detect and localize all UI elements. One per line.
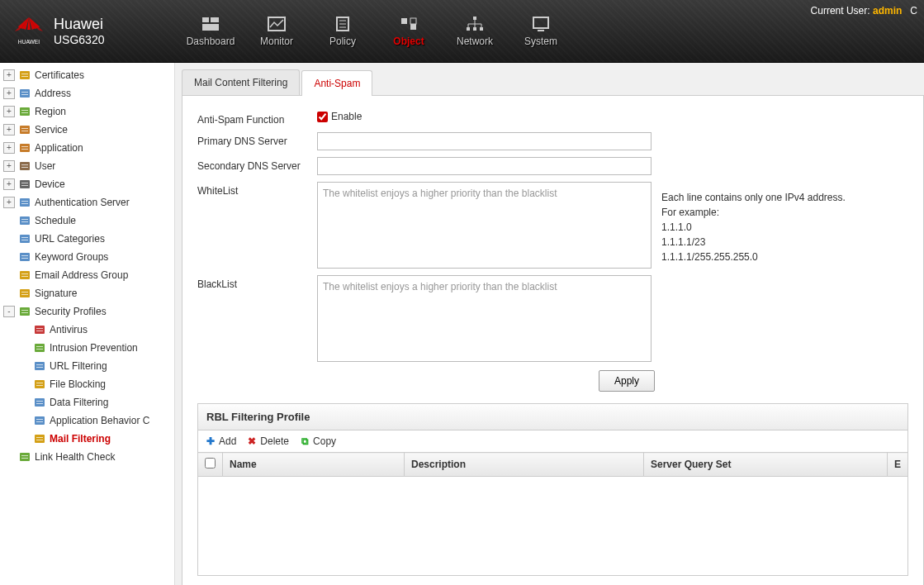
tree-toggle-icon[interactable]: + [3,106,15,117]
svg-rect-10 [410,24,416,30]
tab-anti-spam[interactable]: Anti-Spam [301,70,372,96]
col-extra[interactable]: E [887,453,907,477]
sidebar-item-link-health-check[interactable]: Link Health Check [0,448,174,466]
main-nav: Dashboard Monitor Policy Object Network … [178,0,574,62]
tree-toggle-icon[interactable]: + [3,69,15,81]
tree-toggle-icon[interactable]: + [3,124,15,136]
svg-rect-2 [211,17,219,22]
sidebar-item-label: Device [35,178,65,190]
sidebar-item-label: Security Profiles [35,306,107,317]
svg-rect-78 [36,401,43,402]
delete-icon: ✖ [246,435,258,447]
svg-rect-47 [20,216,30,225]
empty-table-body [198,477,908,576]
svg-rect-42 [21,183,28,183]
sidebar-item-keyword-groups[interactable]: Keyword Groups [0,248,174,266]
svg-rect-80 [35,416,45,425]
sidebar-item-application-behavior-c[interactable]: Application Behavior C [0,411,174,430]
tree-toggle-icon[interactable]: + [3,197,15,208]
svg-rect-50 [20,235,30,243]
col-name[interactable]: Name [223,453,405,477]
sidebar-item-label: URL Categories [35,233,105,245]
svg-rect-40 [21,167,28,168]
delete-button[interactable]: ✖ Delete [246,435,289,447]
sidebar-item-region[interactable]: +Region [0,102,174,121]
tree-toggle-icon[interactable]: + [3,160,15,172]
apply-button[interactable]: Apply [599,370,655,392]
nav-system[interactable]: System [508,9,574,54]
sidebar-item-label: Intrusion Prevention [50,342,138,354]
tree-item-icon [18,87,31,100]
sidebar-item-label: Email Address Group [35,269,128,281]
rbl-toolbar: ✚ Add ✖ Delete ⧉ Copy [197,430,908,452]
svg-rect-82 [36,421,43,422]
svg-rect-84 [36,437,43,438]
tree-item-icon [18,305,31,318]
sidebar-item-authentication-server[interactable]: +Authentication Server [0,193,174,212]
current-user: admin [873,5,902,17]
sidebar-item-email-address-group[interactable]: Email Address Group [0,266,174,284]
tree-item-icon [18,105,31,118]
sidebar-item-application[interactable]: +Application [0,139,174,157]
copy-button[interactable]: ⧉ Copy [299,435,336,447]
sidebar-item-data-filtering[interactable]: Data Filtering [0,393,174,411]
tree-toggle-icon[interactable]: + [3,88,15,99]
nav-dashboard[interactable]: Dashboard [178,9,244,54]
sidebar-item-schedule[interactable]: Schedule [0,212,174,230]
system-icon [531,16,551,32]
network-icon [465,16,485,32]
sidebar-item-url-categories[interactable]: URL Categories [0,230,174,248]
sidebar-item-certificates[interactable]: +Certificates [0,66,174,84]
policy-icon [333,16,353,32]
tree-toggle-icon[interactable]: + [3,142,15,154]
col-description[interactable]: Description [405,453,644,477]
svg-rect-45 [21,201,28,202]
sidebar-item-label: Schedule [35,215,76,226]
sidebar-item-label: Link Health Check [35,451,115,463]
nav-policy[interactable]: Policy [310,9,376,54]
nav-network[interactable]: Network [442,9,508,54]
sidebar-item-signature[interactable]: Signature [0,284,174,302]
tree-toggle-icon[interactable]: - [3,306,15,317]
tree-item-icon [18,287,31,300]
enable-label: Enable [331,111,362,122]
enable-checkbox[interactable] [317,112,328,122]
svg-rect-63 [21,310,28,311]
sidebar-item-device[interactable]: +Device [0,175,174,193]
sidebar-item-security-profiles[interactable]: -Security Profiles [0,302,174,321]
sidebar-item-file-blocking[interactable]: File Blocking [0,375,174,393]
sidebar-item-intrusion-prevention[interactable]: Intrusion Prevention [0,339,174,357]
svg-rect-85 [36,440,43,440]
tree-item-icon [33,341,46,354]
secondary-dns-input[interactable] [317,157,652,175]
sidebar-item-antivirus[interactable]: Antivirus [0,321,174,339]
sidebar-item-address[interactable]: +Address [0,84,174,102]
svg-rect-61 [21,294,28,295]
sidebar-item-label: Region [35,106,66,117]
svg-rect-36 [21,146,28,147]
nav-object[interactable]: Object [376,9,442,54]
svg-rect-69 [36,346,43,347]
tree-item-icon [33,432,46,445]
select-all-checkbox[interactable] [205,458,216,468]
sidebar-item-url-filtering[interactable]: URL Filtering [0,357,174,375]
add-button[interactable]: ✚ Add [205,435,236,447]
svg-rect-71 [35,362,45,370]
tree-item-icon [18,196,31,209]
dashboard-icon [201,16,220,32]
sidebar-item-service[interactable]: +Service [0,121,174,139]
blacklist-textarea[interactable] [317,275,652,362]
whitelist-textarea[interactable] [317,182,652,269]
primary-dns-input[interactable] [317,132,652,150]
col-server-query-set[interactable]: Server Query Set [644,453,888,477]
content-area: Mail Content Filtering Anti-Spam Anti-Sp… [175,63,924,585]
svg-rect-33 [21,128,28,129]
sidebar-item-mail-filtering[interactable]: Mail Filtering [0,430,174,448]
tree-toggle-icon[interactable]: + [3,178,15,190]
tab-mail-content-filtering[interactable]: Mail Content Filtering [182,69,300,95]
whitelist-label: WhiteList [197,182,317,197]
nav-monitor[interactable]: Monitor [244,9,310,54]
svg-rect-26 [20,89,30,98]
sidebar-item-user[interactable]: +User [0,157,174,175]
sidebar-item-label: Service [35,124,68,136]
